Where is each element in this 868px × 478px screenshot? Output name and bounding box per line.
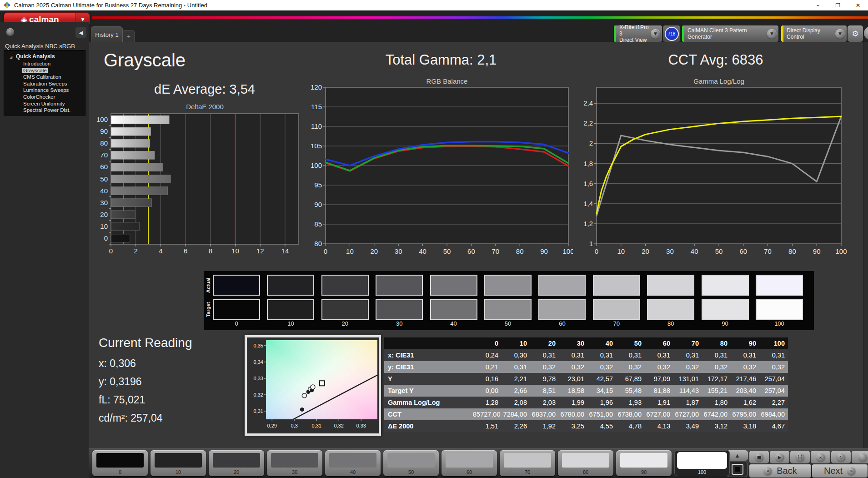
- table-value-cell: 67,89: [616, 373, 645, 385]
- table-column-header: 10: [502, 337, 530, 349]
- maximize-button[interactable]: ❐: [828, 0, 848, 10]
- svg-text:100: 100: [96, 116, 108, 123]
- pattern-window-icon: [732, 464, 743, 475]
- play-button[interactable]: ▶: [770, 451, 789, 463]
- table-value-cell: 6727,00: [673, 408, 702, 420]
- svg-text:0,33: 0,33: [254, 376, 263, 381]
- loop-button[interactable]: ∞: [811, 451, 830, 463]
- target-swatch-10: [267, 299, 314, 320]
- swatch-level-label: 60: [538, 320, 586, 327]
- sidebar-item-saturation-sweeps[interactable]: Saturation Sweeps: [4, 81, 85, 87]
- svg-text:90: 90: [314, 201, 322, 208]
- sidebar-item-screen-uniformity[interactable]: Screen Uniformity: [4, 101, 85, 107]
- extra-button[interactable]: [852, 451, 868, 463]
- table-value-cell: 0,31: [759, 349, 788, 361]
- pattern-window-button[interactable]: [727, 462, 748, 477]
- table-value-cell: 18,58: [559, 385, 587, 397]
- svg-text:90: 90: [100, 127, 108, 135]
- table-value-cell: 2,21: [502, 373, 530, 385]
- rgb-balance-chart: RGB Balance80859095100105110115120010203…: [309, 75, 573, 259]
- table-value-cell: 6837,00: [530, 408, 559, 420]
- tree-root-quick-analysis[interactable]: ◢ Quick Analysis: [4, 53, 85, 60]
- actual-swatch-40: [430, 275, 477, 296]
- svg-text:30: 30: [395, 247, 402, 255]
- svg-text:20: 20: [100, 211, 108, 218]
- table-value-cell: 42,57: [587, 373, 616, 385]
- svg-text:Gamma Log/Log: Gamma Log/Log: [693, 77, 744, 85]
- table-value-cell: 9,78: [530, 373, 559, 385]
- pattern-level-button-80[interactable]: 80: [558, 450, 613, 476]
- svg-text:20: 20: [370, 247, 378, 255]
- settings-button[interactable]: ⚙: [848, 25, 863, 42]
- current-reading-panel: Current Reading x: 0,306 y: 0,3196 fL: 7…: [99, 336, 192, 430]
- deltae-bar-chart: DeltaE 200002468101214100908070605040302…: [89, 101, 307, 260]
- pattern-level-button-90[interactable]: 90: [616, 450, 672, 476]
- refresh-button[interactable]: ↻: [831, 451, 851, 463]
- table-row-label: Y: [384, 373, 473, 385]
- pattern-level-button-70[interactable]: 70: [500, 450, 555, 476]
- left-sidebar: ◀ Quick Analysis NBC sRGB ◢ Quick Analys…: [0, 22, 89, 478]
- table-value-cell: 0,31: [587, 349, 616, 361]
- pattern-level-button-10[interactable]: 10: [151, 450, 206, 476]
- stop-button[interactable]: ■: [749, 451, 769, 463]
- actual-swatch-10: [267, 275, 314, 296]
- table-value-cell: 0,31: [731, 349, 759, 361]
- pattern-level-button-40[interactable]: 40: [325, 450, 381, 476]
- svg-text:40: 40: [419, 247, 426, 255]
- swatch-level-label: 80: [647, 320, 694, 327]
- svg-text:0,3: 0,3: [291, 423, 298, 428]
- table-value-cell: 1,96: [587, 397, 616, 408]
- sidebar-item-spectral-power-dist-[interactable]: Spectral Power Dist.: [4, 107, 85, 114]
- next-button[interactable]: Next »: [812, 464, 868, 478]
- table-value-cell: 6751,00: [587, 408, 616, 420]
- sidebar-item-luminance-sweeps[interactable]: Luminance Sweeps: [4, 87, 85, 94]
- pattern-generator-dropdown[interactable]: CalMAN Client 3 Pattern Generator ▼: [682, 25, 778, 42]
- svg-text:110: 110: [311, 122, 322, 130]
- table-value-cell: 1,62: [731, 397, 759, 408]
- table-value-cell: 114,43: [673, 385, 702, 397]
- svg-text:0,35: 0,35: [254, 343, 263, 348]
- pattern-level-button-20[interactable]: 20: [209, 450, 264, 476]
- target-swatch-100: [756, 299, 803, 320]
- pattern-level-label: 100: [674, 469, 730, 475]
- pattern-swatch: [620, 453, 667, 468]
- sidebar-item-introduction[interactable]: Introduction: [4, 60, 85, 67]
- add-tab-button[interactable]: +: [123, 30, 135, 42]
- minimize-button[interactable]: –: [808, 0, 828, 10]
- sidebar-pin-button[interactable]: [6, 28, 14, 36]
- table-row-label: Gamma Log/Log: [384, 397, 473, 408]
- step-button[interactable]: [-]: [790, 451, 810, 463]
- svg-text:1,6: 1,6: [583, 180, 593, 187]
- refresh-icon: ↻: [837, 453, 846, 462]
- table-value-cell: 2,66: [502, 385, 530, 397]
- sidebar-collapse-button[interactable]: ◀: [75, 27, 86, 38]
- sidebar-item-cms-calibration[interactable]: CMS Calibration: [4, 74, 85, 81]
- pattern-level-button-50[interactable]: 50: [383, 450, 439, 476]
- swatch-level-label: 50: [484, 320, 532, 327]
- meter-count-button[interactable]: 718: [663, 25, 680, 42]
- table-value-cell: 0,31: [502, 361, 530, 373]
- actual-swatch-0: [213, 275, 260, 296]
- pattern-level-button-100[interactable]: 100: [674, 450, 730, 476]
- table-value-cell: 0,00: [473, 385, 502, 397]
- pattern-level-button-30[interactable]: 30: [267, 450, 322, 476]
- pattern-level-button-60[interactable]: 60: [442, 450, 497, 476]
- sidebar-item-colorchecker[interactable]: ColorChecker: [4, 94, 85, 101]
- close-button[interactable]: ✕: [848, 0, 868, 10]
- display-control-dropdown[interactable]: Direct Display Control ▼: [781, 25, 847, 42]
- pattern-panel-expand-button[interactable]: ▲: [727, 450, 748, 461]
- svg-text:0: 0: [109, 247, 113, 255]
- svg-text:50: 50: [443, 247, 451, 255]
- meter-dropdown[interactable]: X-Rite i1Pro 3 Direct View ▼: [614, 25, 662, 42]
- sidebar-item-grayscale[interactable]: Grayscale: [4, 67, 85, 74]
- pattern-level-button-0[interactable]: 0: [92, 450, 148, 476]
- svg-text:60: 60: [739, 247, 747, 255]
- svg-text:1,2: 1,2: [583, 220, 593, 227]
- right-panel-strip[interactable]: [863, 42, 868, 448]
- window-title: Calman 2025 Calman Ultimate for Business…: [14, 2, 207, 9]
- tab-history-1[interactable]: History 1: [91, 26, 123, 42]
- table-value-cell: 155,21: [702, 385, 731, 397]
- back-button[interactable]: « Back: [749, 464, 811, 478]
- display-control-name: Direct Display Control: [787, 27, 833, 40]
- svg-text:40: 40: [100, 187, 108, 195]
